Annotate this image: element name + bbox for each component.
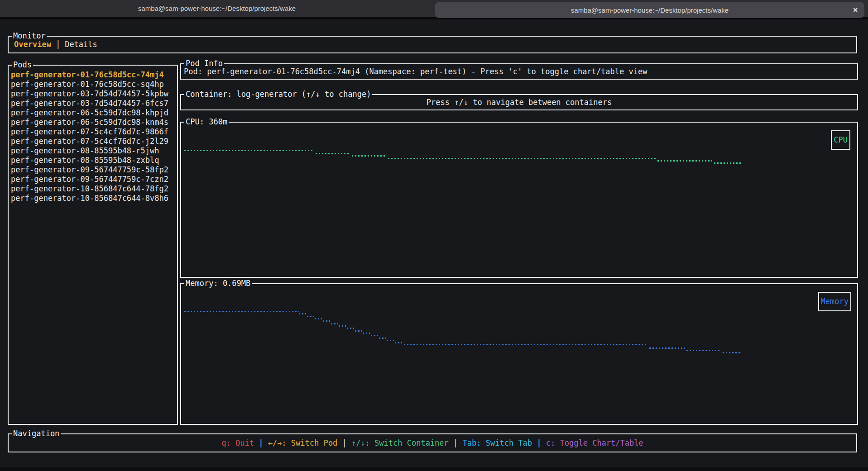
tab-details[interactable]: Details	[65, 40, 97, 49]
memory-line-segment	[379, 338, 386, 339]
memory-line-segment	[184, 311, 299, 312]
pod-info-panel-label: Pod Info	[184, 59, 224, 68]
nav-separator: |	[337, 438, 351, 448]
memory-line-segment	[307, 316, 314, 317]
cpu-line-segment	[184, 150, 313, 151]
memory-line-segment	[395, 342, 402, 343]
monitor-panel: Monitor Overview │ Details	[8, 36, 857, 53]
tab-overview[interactable]: Overview	[14, 40, 51, 49]
pod-list-item[interactable]: perf-generator-09-567447759c-58fp2	[11, 165, 177, 175]
monitor-tabs: Overview │ Details	[9, 37, 856, 52]
cpu-legend-label: CPU	[834, 135, 848, 144]
pod-list-item[interactable]: perf-generator-03-7d54d74457-6fcs7	[11, 99, 177, 108]
memory-line-segment	[323, 320, 330, 322]
container-panel: Container: log-generator (↑/↓ to change)…	[180, 94, 858, 110]
memory-line-segment	[649, 347, 685, 349]
cpu-line-segment	[714, 162, 741, 164]
memory-line-segment	[339, 325, 346, 327]
cpu-line-segment	[352, 155, 386, 157]
pod-list-item[interactable]: perf-generator-07-5c4cf76d7c-j2l29	[11, 137, 177, 146]
nav-hint-toggle-chart-table: c: Toggle Chart/Table	[546, 438, 643, 448]
cpu-legend-badge: CPU	[831, 130, 850, 150]
memory-line-segment	[363, 333, 370, 334]
nav-hint-switch-tab: Tab: Switch Tab	[463, 438, 532, 448]
pod-info-text: Pod: perf-generator-01-76c58d5cc-74mj4 (…	[181, 64, 857, 79]
memory-line-segment	[686, 350, 721, 351]
container-panel-label: Container: log-generator (↑/↓ to change)	[184, 90, 372, 99]
memory-legend-badge: Memory	[818, 292, 851, 311]
navigation-panel: Navigation q: Quit | ←/→: Switch Pod | ↑…	[8, 433, 857, 452]
memory-line-segment	[315, 318, 322, 319]
pod-list-item[interactable]: perf-generator-06-5c59d7dc98-khpjd	[11, 108, 177, 118]
memory-panel: Memory: 0.69MB Memory	[180, 283, 858, 425]
pod-list-item[interactable]: perf-generator-01-76c58d5cc-74mj4	[11, 70, 177, 80]
memory-chart	[181, 284, 857, 424]
cpu-line-segment	[388, 158, 656, 159]
memory-legend-label: Memory	[821, 297, 849, 306]
navigation-hints: q: Quit | ←/→: Switch Pod | ↑/↓: Switch …	[9, 434, 856, 452]
nav-hint-quit: q: Quit	[221, 438, 254, 448]
terminal-tab-title: samba@sam-power-house:~/Desktop/projects…	[571, 6, 729, 14]
monitor-panel-label: Monitor	[12, 31, 47, 41]
terminal-tab[interactable]: samba@sam-power-house:~/Desktop/projects…	[435, 2, 864, 18]
pod-list-item[interactable]: perf-generator-01-76c58d5cc-sq4hp	[11, 80, 177, 89]
window-title-area: samba@sam-power-house:~/Desktop/projects…	[0, 0, 434, 17]
memory-line-segment	[347, 328, 354, 329]
memory-line-segment	[387, 340, 394, 341]
pod-list-item[interactable]: perf-generator-08-85595b48-zxblq	[11, 156, 177, 165]
pod-info-panel: Pod Info Pod: perf-generator-01-76c58d5c…	[180, 63, 858, 80]
memory-line-segment	[331, 323, 338, 324]
pod-list-item[interactable]: perf-generator-08-85595b48-r5jwh	[11, 146, 177, 156]
nav-separator: |	[449, 438, 463, 448]
pod-list-item[interactable]: perf-generator-09-567447759c-7czn2	[11, 175, 177, 184]
cpu-panel: CPU: 360m CPU	[180, 122, 858, 278]
pods-panel: Pods perf-generator-01-76c58d5cc-74mj4pe…	[8, 65, 178, 425]
pod-list-item[interactable]: perf-generator-10-856847c644-8v8h6	[11, 194, 177, 203]
pods-panel-label: Pods	[12, 60, 33, 70]
window-title: samba@sam-power-house:~/Desktop/projects…	[138, 5, 296, 12]
pod-list-item[interactable]: perf-generator-10-856847c644-78fg2	[11, 184, 177, 194]
terminal-window: samba@sam-power-house:~/Desktop/projects…	[0, 0, 868, 471]
pod-list-item[interactable]: perf-generator-07-5c4cf76d7c-9866f	[11, 127, 177, 137]
pod-list-item[interactable]: perf-generator-03-7d54d74457-5kpbw	[11, 89, 177, 99]
bottom-edge	[0, 467, 868, 471]
terminal-tab-bar: samba@sam-power-house:~/Desktop/projects…	[0, 0, 868, 19]
tab-close-icon[interactable]: ✕	[853, 6, 858, 14]
memory-line-segment	[723, 352, 742, 353]
pod-list-item[interactable]: perf-generator-06-5c59d7dc98-knm4s	[11, 118, 177, 127]
memory-line-segment	[371, 335, 378, 336]
nav-separator: |	[532, 438, 546, 448]
cpu-line-segment	[657, 160, 712, 162]
navigation-panel-label: Navigation	[12, 429, 61, 438]
tab-separator: │	[56, 40, 60, 49]
memory-line-segment	[404, 344, 647, 345]
nav-separator: |	[254, 438, 268, 448]
nav-hint-switch-pod: ←/→: Switch Pod	[268, 438, 338, 448]
nav-hint-switch-container: ↑/↓: Switch Container	[351, 438, 449, 448]
pod-list: perf-generator-01-76c58d5cc-74mj4perf-ge…	[9, 66, 177, 203]
cpu-chart	[181, 123, 857, 277]
cpu-line-segment	[316, 153, 350, 154]
memory-line-segment	[355, 330, 362, 332]
memory-line-segment	[299, 313, 306, 314]
